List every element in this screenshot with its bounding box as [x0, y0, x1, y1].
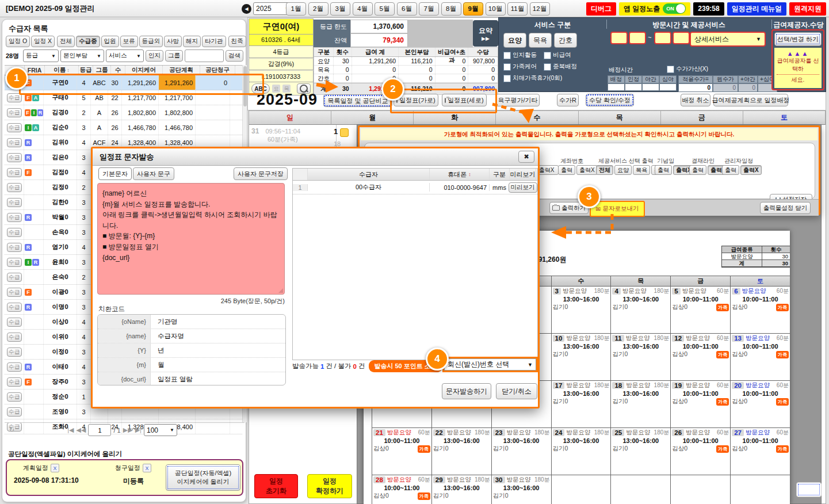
- status-button[interactable]: 수급: [7, 348, 22, 357]
- close-icon[interactable]: ✖: [518, 151, 534, 163]
- status-button[interactable]: 수급: [7, 362, 22, 372]
- check-familycare[interactable]: 가족케어: [503, 63, 537, 71]
- filter-보류[interactable]: 보류: [120, 36, 138, 47]
- status-button[interactable]: 수급: [7, 333, 22, 342]
- print-vertical-button[interactable]: 일정표(세로): [442, 94, 487, 106]
- column-header-이름[interactable]: 이름↕: [45, 66, 79, 75]
- month-button-7[interactable]: 7월: [419, 2, 439, 16]
- status-button[interactable]: 수급: [7, 258, 22, 267]
- preview-day-cell[interactable]: 26방문요양60분10:00~11:00김상0가족: [671, 428, 731, 475]
- sender-number-select[interactable]: 회신(발신)번호 선택 ▼: [444, 358, 536, 371]
- filter-등급외[interactable]: 등급외: [139, 36, 163, 47]
- preview-day-cell[interactable]: 23방문요양180분13:00~16:00김기0: [492, 428, 552, 475]
- preview-day-cell[interactable]: 12방문요양60분10:00~11:00김상0가족: [671, 334, 731, 381]
- service-yoyang-button[interactable]: 요양: [503, 33, 526, 48]
- status-button[interactable]: 수급: [7, 303, 22, 312]
- first-page-button[interactable]: |◀: [67, 426, 74, 434]
- option-관리자일정-출력X[interactable]: 출력X: [740, 165, 762, 175]
- preview-day-cell[interactable]: 3방문요양180분13:00~16:00김기0: [552, 287, 612, 334]
- table-row[interactable]: 수급F구연04ABC301,291,2601,291,2600: [5, 75, 242, 90]
- preview-day-cell[interactable]: 22방문요양180분13:00~16:00김기0: [432, 428, 492, 475]
- option-결재라인-출력[interactable]: 출력: [689, 165, 706, 175]
- save-user-message-button[interactable]: 사용자 문구저장: [234, 167, 288, 180]
- month-button-11[interactable]: 11월: [507, 2, 528, 16]
- preview-day-cell[interactable]: 20방문요양60분10:00~11:00김상0가족: [731, 381, 790, 428]
- cancel-assign-button[interactable]: 배정 취소: [681, 94, 710, 106]
- allowance-check-button[interactable]: 수당 확인/수정: [586, 94, 634, 106]
- button-그룹[interactable]: 그룹: [165, 50, 183, 62]
- status-button[interactable]: 수급: [7, 153, 22, 162]
- filter-전체[interactable]: 전체: [57, 36, 75, 47]
- close-print-settings-button[interactable]: 출력물설정 닫기: [760, 202, 811, 214]
- grid-col-phone[interactable]: 휴대폰↕: [430, 169, 490, 180]
- column-header-수[interactable]: 수: [111, 66, 125, 75]
- page-input[interactable]: [88, 424, 111, 436]
- preview-day-cell[interactable]: 5방문요양60분10:00~11:00김상0가족: [671, 287, 731, 334]
- month-button-3[interactable]: 3월: [330, 2, 350, 16]
- option-제공서비스 선택 출력-전체[interactable]: 전체: [596, 165, 613, 175]
- button-인지[interactable]: 인지: [146, 50, 163, 62]
- plan-delete-button[interactable]: X: [51, 464, 59, 472]
- page-size-select[interactable]: 100▼: [144, 424, 177, 436]
- provider-select-button[interactable]: 선택/변경 하기: [774, 32, 822, 46]
- list-compare-button[interactable]: 목록일정 및 공단비교: [323, 94, 392, 107]
- status-button[interactable]: 수급: [7, 138, 22, 147]
- month-button-10[interactable]: 10월: [486, 2, 506, 16]
- suga-button[interactable]: 수가R: [557, 94, 579, 106]
- hidden-button-fragment[interactable]: [796, 482, 822, 497]
- preview-day-cell[interactable]: 28방문요양60분10:00~11:00김상0가족: [372, 475, 432, 504]
- status-button[interactable]: 수급: [7, 183, 22, 192]
- month-button-2[interactable]: 2월: [308, 2, 328, 16]
- month-button-6[interactable]: 6월: [397, 2, 417, 16]
- option-제공서비스 선택 출력-목욕[interactable]: 목욕: [633, 165, 650, 175]
- time-start-min-input[interactable]: [629, 32, 646, 44]
- filter-타기관[interactable]: 타기관: [202, 36, 226, 47]
- calc-value[interactable]: 0: [678, 83, 713, 92]
- filter-해지[interactable]: 해지: [183, 36, 201, 47]
- filter-수급중[interactable]: 수급중: [76, 36, 100, 47]
- cancel-close-button[interactable]: 닫기/취소: [496, 383, 537, 399]
- status-button[interactable]: 수급: [7, 288, 22, 297]
- month-button-9[interactable]: 9월: [463, 2, 483, 16]
- filter-입원[interactable]: 입원: [101, 36, 119, 47]
- schedule-confirm-button[interactable]: 일정확정하기: [307, 474, 352, 498]
- preview-day-cell[interactable]: 17방문요양180분13:00~16:00김기0: [552, 381, 612, 428]
- manual-button[interactable]: 일정관리 메뉴얼: [727, 2, 786, 16]
- option-기념일-출력[interactable]: 출력: [655, 165, 672, 175]
- status-button[interactable]: 수급: [7, 168, 22, 177]
- month-button-1[interactable]: 1월: [286, 2, 306, 16]
- preview-day-cell[interactable]: 6방문요양60분10:00~11:00김상0가족: [731, 287, 790, 334]
- sms-recipient-row[interactable]: 100수급자010-0000-9647mms미리보기: [293, 181, 537, 194]
- column-header-FRIA[interactable]: FRIA: [25, 66, 45, 75]
- status-button[interactable]: 수급: [7, 377, 22, 387]
- filter-일정 X[interactable]: 일정 X: [31, 36, 55, 47]
- check-nonbenefit[interactable]: 비급여: [544, 51, 571, 59]
- claim-delete-button[interactable]: X: [143, 464, 151, 472]
- summary-quick-button[interactable]: 요약 ▶▶: [473, 20, 498, 47]
- table-row[interactable]: 수급FA구태05AB221,217,7001,217,700: [5, 90, 242, 105]
- filter-친족[interactable]: 친족: [228, 36, 246, 47]
- next-page-button[interactable]: ▶▶: [123, 426, 133, 434]
- status-button[interactable]: 수급: [7, 407, 22, 417]
- preview-day-cell[interactable]: [731, 475, 790, 504]
- status-button[interactable]: 수급: [7, 108, 22, 117]
- upload-excel-button[interactable]: 공단일정(자동/엑셀) 이지케어에 올리기: [166, 464, 240, 491]
- status-button[interactable]: 수급: [7, 93, 22, 102]
- column-header-공단청구[interactable]: 공단청구: [200, 66, 235, 75]
- select-등급[interactable]: 등급▼: [23, 49, 59, 62]
- time-start-hour-input[interactable]: [610, 32, 628, 44]
- schedule-reset-button[interactable]: 일정초기화: [254, 474, 298, 498]
- status-button[interactable]: 수급: [7, 198, 22, 207]
- option-제공서비스 선택 출력-요양[interactable]: 요양: [614, 165, 632, 175]
- assessment-button[interactable]: 욕구평가/기타: [496, 94, 540, 106]
- last-page-button[interactable]: ▶|: [135, 426, 142, 434]
- month-button-8[interactable]: 8월: [441, 2, 461, 16]
- select-서비스[interactable]: 서비스▼: [106, 49, 144, 62]
- preview-day-cell[interactable]: 24방문요양180분13:00~16:00김기0: [552, 428, 612, 475]
- table-row[interactable]: 수급IA김순03A261,466,7801,466,780: [5, 120, 242, 135]
- check-dementia-vacation[interactable]: 치매가족휴가(0회): [503, 74, 562, 82]
- preview-day-cell[interactable]: 29방문요양180분13:00~16:00김기0: [432, 475, 492, 504]
- service-mokyok-button[interactable]: 목욕: [529, 33, 552, 48]
- preview-day-cell[interactable]: 25방문요양180분13:00~16:00김기0: [611, 428, 671, 475]
- preview-day-cell[interactable]: 13방문요양60분10:00~11:00김상0가족: [731, 334, 790, 381]
